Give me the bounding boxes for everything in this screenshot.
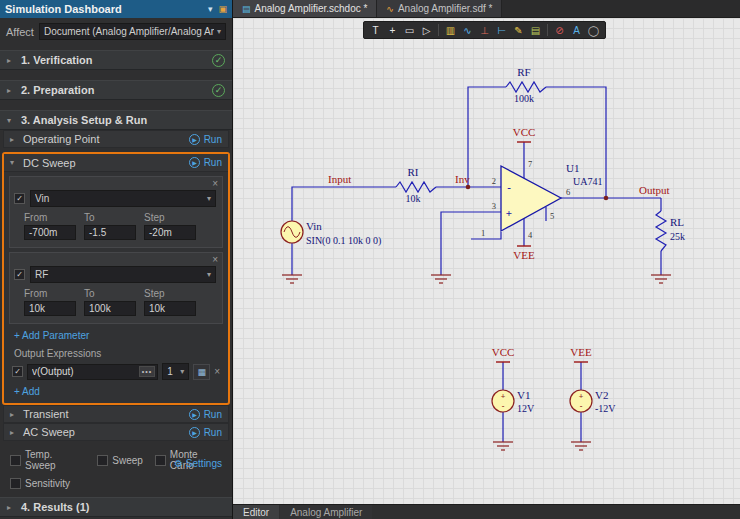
chevron-down-icon[interactable]: ▾	[208, 4, 213, 14]
value-u1[interactable]: UA741	[573, 176, 602, 187]
value-rf[interactable]: 100k	[514, 93, 534, 104]
parameter-name: RF	[35, 269, 204, 280]
play-icon: ▶	[189, 409, 200, 420]
expression-checkbox[interactable]: ✓	[12, 366, 23, 377]
step-input[interactable]: 10k	[144, 301, 196, 316]
value-vin[interactable]: SIN(0 0.1 10k 0 0)	[306, 235, 381, 247]
statusbar-document[interactable]: Analog Amplifier	[280, 505, 372, 519]
parameter-dropdown[interactable]: Vin ▾	[30, 190, 216, 207]
section-results[interactable]: ▸ 4. Results (1)	[0, 497, 232, 517]
power-port-vee[interactable]: VEE	[570, 346, 592, 358]
close-icon[interactable]: ×	[212, 255, 218, 265]
sensitivity-option[interactable]: Sensitivity	[10, 478, 70, 489]
rectangle-tool-icon[interactable]: ▭	[402, 23, 417, 38]
vin-source[interactable]	[281, 221, 303, 243]
wire-net[interactable]	[292, 82, 666, 442]
circle-tool-icon[interactable]: ◯	[586, 23, 601, 38]
schematic-canvas[interactable]: T + ▭ ▷ ▥ ∿ ⊥ ⊢ ✎ ▤ ⊘ A ◯	[233, 18, 740, 504]
schematic-drawing[interactable]: - +	[233, 18, 740, 504]
run-label: Run	[204, 157, 222, 168]
no-erc-tool-icon[interactable]: ⊘	[552, 23, 567, 38]
temp-sweep-checkbox[interactable]	[10, 455, 21, 466]
document-tabbar: ▤ Analog Amplifier.schdoc * ∿ Analog Amp…	[233, 0, 740, 18]
edit-tool-icon[interactable]: ✎	[511, 23, 526, 38]
tab-schdoc[interactable]: ▤ Analog Amplifier.schdoc *	[233, 0, 377, 17]
section-verification[interactable]: ▸ 1. Verification ✓	[0, 50, 232, 70]
sensitivity-checkbox[interactable]	[10, 478, 21, 489]
sweep-option[interactable]: Sweep	[97, 455, 143, 466]
net-label-input[interactable]: Input	[328, 173, 351, 185]
probe-voltage-tool-icon[interactable]: ⊥	[477, 23, 492, 38]
designator-rf[interactable]: RF	[517, 66, 530, 78]
analysis-operating-point[interactable]: ▸ Operating Point ▶ Run	[3, 130, 229, 148]
monte-carlo-checkbox[interactable]	[155, 455, 166, 466]
settings-link[interactable]: ⚙ Settings	[174, 458, 222, 469]
section-analysis-setup[interactable]: ▾ 3. Analysis Setup & Run	[0, 110, 232, 130]
resistor-rf[interactable]	[506, 82, 546, 92]
place-part-tool-icon[interactable]: +	[385, 23, 400, 38]
annotate-tool-icon[interactable]: A	[569, 23, 584, 38]
run-operating-point-button[interactable]: ▶ Run	[189, 134, 222, 145]
v1-source[interactable]: + -	[492, 390, 514, 412]
step-input[interactable]: -20m	[144, 225, 196, 240]
value-v2[interactable]: -12V	[595, 403, 616, 414]
power-port-vcc[interactable]: VCC	[492, 346, 515, 358]
section-preparation[interactable]: ▸ 2. Preparation ✓	[0, 80, 232, 100]
run-transient-button[interactable]: ▶ Run	[189, 409, 222, 420]
close-icon[interactable]: ×	[214, 367, 220, 377]
resistor-rl[interactable]	[656, 211, 666, 251]
designator-u1[interactable]: U1	[566, 162, 579, 174]
value-rl[interactable]: 25k	[670, 231, 685, 242]
triangle-right-icon: ▸	[10, 428, 18, 437]
analysis-transient[interactable]: ▸ Transient ▶ Run	[3, 405, 229, 423]
editor-area: ▤ Analog Amplifier.schdoc * ∿ Analog Amp…	[233, 0, 740, 519]
text-tool-icon[interactable]: T	[368, 23, 383, 38]
tab-sdf[interactable]: ∿ Analog Amplifier.sdf *	[377, 0, 502, 17]
net-label-inv[interactable]: Inv	[455, 173, 470, 185]
editor-tab[interactable]: Editor	[233, 505, 279, 519]
analysis-ac-sweep[interactable]: ▸ AC Sweep ▶ Run	[3, 423, 229, 441]
temp-sweep-option[interactable]: Temp. Sweep	[10, 449, 85, 471]
designator-rl[interactable]: RL	[670, 216, 684, 228]
run-dc-sweep-button[interactable]: ▶ Run	[189, 157, 222, 168]
parameter-checkbox[interactable]: ✓	[14, 269, 25, 280]
pin-number-4: 4	[528, 230, 533, 240]
run-simulation-tool-icon[interactable]: ▷	[419, 23, 434, 38]
expression-input[interactable]: v(Output) •••	[27, 364, 158, 380]
from-input[interactable]: -700m	[24, 225, 76, 240]
to-input[interactable]: -1.5	[84, 225, 136, 240]
pin-icon[interactable]: ▣	[218, 4, 227, 14]
parameter-checkbox[interactable]: ✓	[14, 193, 25, 204]
power-port-vcc[interactable]: VCC	[513, 126, 536, 138]
designator-vin[interactable]: Vin	[306, 220, 322, 232]
from-input[interactable]: 10k	[24, 301, 76, 316]
run-ac-sweep-button[interactable]: ▶ Run	[189, 427, 222, 438]
designator-v2[interactable]: V2	[595, 389, 608, 401]
minus-mark: -	[580, 402, 583, 411]
plus-mark: +	[501, 392, 506, 401]
ellipsis-button[interactable]: •••	[139, 366, 155, 377]
sweep-checkbox[interactable]	[97, 455, 108, 466]
close-icon[interactable]: ×	[212, 179, 218, 189]
plot-icon[interactable]: ▦	[193, 364, 210, 380]
resistor-ri[interactable]	[396, 182, 436, 192]
affect-dropdown[interactable]: Document (Analog Amplifier/Analog Amplif…	[39, 23, 226, 40]
net-label-output[interactable]: Output	[639, 184, 670, 196]
parameter-dropdown[interactable]: RF ▾	[30, 266, 216, 283]
to-input[interactable]: 100k	[84, 301, 136, 316]
power-port-vee[interactable]: VEE	[513, 249, 535, 261]
v2-source[interactable]: + -	[570, 390, 592, 412]
bar-chart-tool-icon[interactable]: ▥	[443, 23, 458, 38]
add-parameter-link[interactable]: + Add Parameter	[14, 330, 228, 341]
analysis-dc-sweep[interactable]: ▾ DC Sweep ▶ Run	[4, 154, 228, 172]
waveform-tool-icon[interactable]: ∿	[460, 23, 475, 38]
opamp-body[interactable]	[501, 166, 561, 231]
value-v1[interactable]: 12V	[517, 403, 535, 414]
value-ri[interactable]: 10k	[406, 193, 421, 204]
probe-current-tool-icon[interactable]: ⊢	[494, 23, 509, 38]
plot-number-dropdown[interactable]: 1 ▾	[162, 363, 189, 380]
add-expression-link[interactable]: + Add	[14, 386, 228, 397]
designator-v1[interactable]: V1	[517, 389, 530, 401]
designator-ri[interactable]: RI	[408, 166, 419, 178]
folder-tool-icon[interactable]: ▤	[528, 23, 543, 38]
